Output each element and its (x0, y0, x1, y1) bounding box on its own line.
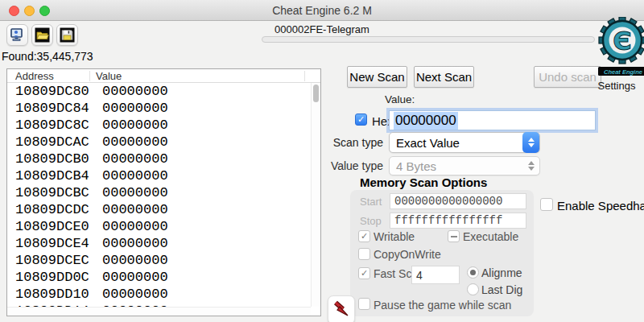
fast-scan-alignment-input[interactable]: 4 (411, 266, 460, 284)
indeterminate-icon (451, 236, 457, 237)
address-cell: 10809DD10 (15, 286, 102, 303)
address-cell: 10809DCB0 (15, 151, 102, 167)
cheat-engine-gear-icon: Є Cheat Engine (597, 17, 644, 80)
address-cell: 10809DCDC (15, 201, 102, 218)
address-cell: 10809DCAC (15, 134, 102, 151)
table-row[interactable]: 10809DC80 00000000 (7, 83, 311, 100)
check-icon: ✓ (357, 114, 365, 125)
memory-scan-options-group: Start 0000000000000000 Stop ffffffffffff… (350, 190, 534, 316)
start-address-value: 0000000000000000 (394, 195, 502, 208)
value-type-label: Value type (316, 159, 383, 172)
value-cell: 00000000 (102, 218, 168, 235)
address-column-header[interactable]: Address (15, 70, 54, 82)
table-row[interactable]: 10809DCAC 00000000 (7, 134, 311, 151)
address-cell: 10809DD0C (15, 269, 102, 286)
hex-checkbox[interactable]: ✓ (355, 114, 367, 126)
pause-game-label: Pause the game while scan (374, 299, 511, 312)
value-cell: 00000000 (102, 269, 168, 286)
pause-game-checkbox[interactable] (358, 298, 370, 310)
enable-speedhack-label: Enable Speedha (557, 199, 644, 213)
alignment-radio[interactable] (467, 266, 479, 279)
alignment-label: Alignme (481, 266, 522, 279)
column-divider (89, 71, 90, 81)
chevron-up-down-icon (522, 132, 539, 153)
scrollbar-thumb[interactable] (313, 85, 319, 102)
value-type-select[interactable]: 4 Bytes (389, 156, 540, 175)
window-title: Cheat Engine 6.2 M (0, 4, 644, 17)
executable-label: Executable (463, 230, 518, 243)
start-address-input[interactable]: 0000000000000000 (390, 193, 526, 209)
value-cell: 00000000 (102, 286, 168, 303)
address-cell: 10809DCBC (15, 184, 102, 201)
scan-type-select[interactable]: Exact Value (389, 132, 540, 153)
last-digits-label: Last Dig (481, 283, 522, 296)
red-arrow-icon (332, 300, 351, 320)
address-cell: 10809DCB4 (15, 167, 102, 184)
value-cell: 00000000 (102, 151, 168, 167)
scan-type-label: Scan type (319, 136, 383, 149)
titlebar: Cheat Engine 6.2 M (0, 0, 644, 21)
table-row[interactable]: 10809DC84 00000000 (7, 100, 311, 117)
address-cell: 10809DC8C (15, 117, 102, 134)
address-cell: 10809DCE0 (15, 218, 102, 235)
value-cell: 00000000 (102, 252, 168, 269)
next-scan-button[interactable]: Next Scan (414, 66, 474, 88)
value-cell: 00000000 (102, 100, 168, 117)
table-row[interactable]: 10809DCB4 00000000 (7, 167, 311, 184)
start-label: Start (360, 196, 382, 208)
table-header: Address Value (7, 69, 320, 83)
fast-scan-checkbox[interactable]: ✓ (358, 267, 370, 279)
fast-scan-value: 4 (416, 269, 423, 282)
copyonwrite-checkbox[interactable] (358, 248, 370, 260)
writable-label: Writable (374, 230, 415, 243)
settings-button[interactable]: Settings (592, 80, 642, 92)
value-label: Value: (385, 93, 415, 105)
radio-dot-icon (470, 270, 476, 275)
stop-label: Stop (360, 215, 382, 227)
table-row[interactable]: 10809DD0C 00000000 (7, 269, 311, 286)
address-cell: 10809DCE4 (15, 235, 102, 252)
check-icon: ✓ (361, 231, 368, 242)
stop-address-value: ffffffffffffffff (394, 214, 502, 227)
svg-text:Є: Є (613, 26, 631, 56)
value-cell: 00000000 (102, 184, 168, 201)
check-icon: ✓ (361, 268, 368, 279)
value-cell: 00000000 (102, 167, 168, 184)
vertical-scrollbar[interactable] (311, 83, 320, 307)
value-cell: 00000000 (102, 134, 168, 151)
address-cell: 10809DC84 (15, 100, 102, 117)
value-cell: 00000000 (102, 117, 168, 134)
scan-value-input[interactable]: 00000000 (389, 110, 596, 130)
address-cell: 10809DC80 (15, 83, 102, 100)
table-row[interactable]: 10809DCE0 00000000 (7, 218, 311, 235)
executable-checkbox[interactable] (448, 230, 460, 242)
last-digits-radio[interactable] (467, 283, 479, 295)
selected-text: 00000000 (394, 112, 458, 130)
value-cell: 00000000 (102, 235, 168, 252)
value-type-value: 4 Bytes (396, 159, 436, 173)
writable-checkbox[interactable]: ✓ (358, 230, 370, 242)
value-cell: 00000000 (102, 201, 168, 218)
address-cell: 10809DCEC (15, 252, 102, 269)
chevron-up-down-icon (522, 156, 539, 175)
add-address-button[interactable] (328, 295, 355, 322)
table-row[interactable]: 10809DD10 00000000 (7, 286, 311, 303)
scan-progress-bar (262, 36, 595, 43)
enable-speedhack-checkbox[interactable] (540, 198, 553, 211)
cheat-engine-logo: Є Cheat Engine (597, 17, 644, 83)
cheat-engine-window: Cheat Engine 6.2 M 000002FE-Telegram Fo (0, 0, 644, 322)
value-cell: 00000000 (102, 83, 168, 100)
table-row[interactable]: 10809DC8C 00000000 (7, 117, 311, 134)
table-row[interactable]: 10809DCDC 00000000 (7, 201, 311, 218)
value-column-header[interactable]: Value (96, 70, 122, 82)
table-row[interactable]: 10809DCB0 00000000 (7, 151, 311, 167)
table-row[interactable]: 10809DCBC 00000000 (7, 184, 311, 201)
table-row[interactable]: 10809DCE4 00000000 (7, 235, 311, 252)
stop-address-input[interactable]: ffffffffffffffff (390, 213, 526, 229)
table-row[interactable]: 10809DCEC 00000000 (7, 252, 311, 269)
logo-banner-text: Cheat Engine (604, 68, 642, 76)
new-scan-button[interactable]: New Scan (347, 66, 407, 88)
scan-results-table: Address Value 10809DC80 00000000 10809DC… (6, 68, 321, 316)
scan-type-value: Exact Value (396, 136, 460, 150)
horizontal-scrollbar[interactable] (7, 307, 311, 316)
